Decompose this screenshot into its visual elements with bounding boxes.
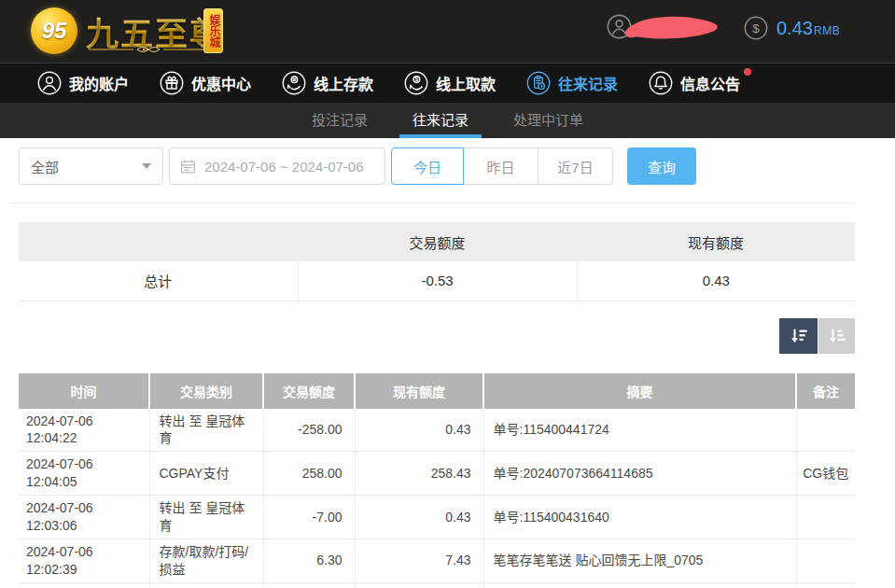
cell-balance: 0.43: [355, 496, 483, 539]
table-row: 2024-07-06 02:01:26PG老虎机返点0.171.13系统派发_2…: [19, 582, 855, 588]
nav-item-label: 线上存款: [314, 72, 373, 94]
summary-trade-amount: -0.53: [298, 261, 577, 301]
cell-summary: 单号:202407073664114685: [483, 452, 796, 496]
table-row: 2024-07-06 12:04:05CGPAY支付258.00258.43单号…: [19, 452, 855, 496]
summary-total-row: 总计 -0.53 0.43: [19, 261, 855, 301]
search-button[interactable]: 查询: [627, 147, 696, 185]
summary-header-trade-amount: 交易额度: [298, 222, 577, 261]
today-button[interactable]: 今日: [391, 147, 464, 185]
brand-badge: 娱乐城: [203, 8, 223, 53]
sort-ascending-button[interactable]: [818, 318, 855, 354]
deposit-icon: [282, 71, 306, 95]
cell-summary: 单号:115400431640: [483, 496, 796, 539]
cell-balance: 0.43: [355, 409, 483, 452]
cell-note: [796, 409, 855, 452]
nav-item-my-account[interactable]: 我的账户: [37, 71, 129, 95]
records-header-row: 时间 交易类别 交易额度 现有额度 摘要 备注: [19, 373, 855, 409]
summary-header-blank: [19, 222, 298, 261]
dollar-coin-icon: $: [744, 16, 768, 40]
records-table: 时间 交易类别 交易额度 现有额度 摘要 备注 2024-07-06 12:04…: [19, 373, 855, 588]
brand-logo[interactable]: 95: [31, 7, 77, 54]
tab-pending-orders[interactable]: 处理中订单: [506, 103, 591, 138]
tab-label: 投注记录: [312, 112, 368, 128]
gift-icon: [160, 71, 184, 95]
svg-text:$: $: [752, 21, 760, 35]
cell-amount: 258.00: [263, 452, 355, 496]
nav-item-label: 往来记录: [558, 72, 618, 94]
header-current-amount: 现有额度: [355, 373, 483, 409]
bell-icon: [649, 71, 673, 95]
cell-note: [796, 496, 855, 539]
cell-note: CG钱包: [796, 452, 855, 496]
header-type: 交易类别: [149, 373, 263, 409]
table-row: 2024-07-06 12:02:39存款/取款/打码/损益6.307.43笔笔…: [19, 539, 855, 582]
cell-summary: 系统派发_2024-07-05: [483, 582, 796, 588]
cell-time: 2024-07-06 12:03:06: [19, 496, 149, 539]
cell-amount: -258.00: [263, 409, 355, 452]
table-row: 2024-07-06 12:04:22转出 至 皇冠体育-258.000.43单…: [19, 409, 855, 452]
tab-transaction-records[interactable]: 往来记录: [405, 103, 476, 138]
summary-table: 交易额度 现有额度 总计 -0.53 0.43: [19, 222, 855, 301]
summary-total-label: 总计: [19, 261, 298, 301]
redacted-username-scribble: [622, 12, 728, 44]
cell-amount: 0.17: [263, 582, 355, 588]
cell-time: 2024-07-06 12:04:22: [19, 409, 149, 452]
notification-dot: [744, 68, 751, 76]
header-time: 时间: [19, 373, 149, 409]
nav-item-promotions[interactable]: 优惠中心: [160, 71, 251, 95]
calendar-icon: [180, 159, 196, 175]
tab-label: 往来记录: [413, 112, 468, 128]
header-summary: 摘要: [483, 373, 796, 409]
header-note: 备注: [796, 373, 855, 409]
cell-type: 存款/取款/打码/损益: [149, 539, 263, 582]
sort-descending-button[interactable]: [779, 318, 818, 354]
yesterday-button[interactable]: 昨日: [464, 147, 538, 185]
filter-row: 全部 2024-07-06 ~ 2024-07-06 今日 昨日 近7日 查询: [19, 147, 855, 185]
sort-ascending-icon: [827, 326, 847, 346]
nav-item-label: 线上取款: [436, 72, 496, 94]
sort-controls: [19, 318, 855, 354]
withdraw-icon: $: [404, 71, 428, 95]
summary-header-row: 交易额度 现有额度: [19, 222, 855, 261]
tab-label: 处理中订单: [513, 112, 583, 128]
nav-item-withdraw[interactable]: $ 线上取款: [404, 71, 496, 95]
cell-note: [796, 582, 855, 588]
cell-amount: -7.00: [263, 496, 355, 539]
tab-betting-records[interactable]: 投注记录: [304, 103, 375, 138]
records-icon: [526, 71, 551, 95]
nav-item-label: 优惠中心: [191, 72, 251, 94]
chevron-down-icon: [142, 163, 151, 169]
nav-item-transaction-records[interactable]: 往来记录: [526, 71, 618, 95]
user-icon: [37, 71, 62, 95]
cell-note: [796, 539, 855, 582]
cell-balance: 1.13: [355, 582, 483, 588]
nav-item-deposit[interactable]: 线上存款: [282, 71, 373, 95]
cell-time: 2024-07-06 12:02:39: [19, 539, 149, 582]
cell-type: CGPAY支付: [149, 452, 263, 496]
date-range-input[interactable]: 2024-07-06 ~ 2024-07-06: [169, 147, 385, 185]
cell-amount: 6.30: [263, 539, 355, 582]
summary-header-current-amount: 现有额度: [577, 222, 855, 261]
cell-time: 2024-07-06 12:04:05: [19, 452, 149, 496]
subnav-tabs: 投注记录 往来记录 处理中订单: [0, 103, 895, 138]
svg-text:$: $: [415, 76, 419, 83]
nav-item-label: 我的账户: [69, 72, 129, 94]
section-divider: [9, 203, 855, 203]
quick-date-buttons: 今日 昨日 近7日: [391, 147, 613, 185]
type-dropdown[interactable]: 全部: [19, 147, 163, 185]
nav-item-label: 信息公告: [680, 72, 740, 94]
table-row: 2024-07-06 12:03:06转出 至 皇冠体育-7.000.43单号:…: [19, 496, 855, 539]
cell-summary: 笔笔存笔笔送 贴心回馈无上限_0705: [483, 539, 796, 582]
cell-type: 转出 至 皇冠体育: [149, 496, 263, 539]
sort-descending-icon: [789, 326, 809, 346]
summary-current-amount: 0.43: [577, 261, 855, 301]
last7days-button[interactable]: 近7日: [538, 147, 613, 185]
records-table-body: 2024-07-06 12:04:22转出 至 皇冠体育-258.000.43单…: [19, 409, 855, 588]
type-dropdown-value: 全部: [31, 157, 59, 176]
cell-time: 2024-07-06 02:01:26: [19, 582, 149, 588]
cell-balance: 258.43: [355, 452, 483, 496]
active-tab-underline: [399, 134, 482, 138]
nav-item-announcements[interactable]: 信息公告: [649, 71, 740, 95]
flourish-ornament-icon: [89, 45, 208, 54]
header-trade-amount: 交易额度: [263, 373, 355, 409]
